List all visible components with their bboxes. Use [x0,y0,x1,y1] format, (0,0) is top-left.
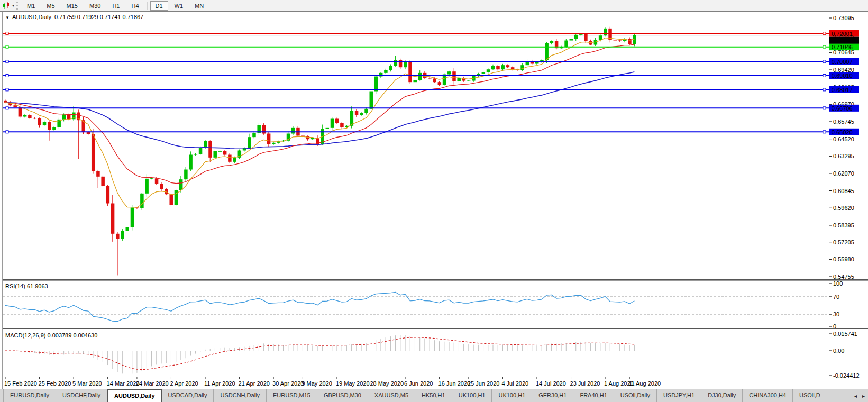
date-axis: 15 Feb 202025 Feb 20205 Mar 202014 Mar 2… [4,377,661,387]
svg-text:0.73095: 0.73095 [833,15,854,21]
svg-text:14 Mar 2020: 14 Mar 2020 [107,380,140,387]
svg-text:25 Jun 2020: 25 Jun 2020 [468,380,500,387]
svg-text:24 Mar 2020: 24 Mar 2020 [136,380,169,387]
svg-text:28 May 2020: 28 May 2020 [370,380,404,387]
macd-signal-line [5,337,634,370]
line-handle[interactable] [823,107,826,109]
line-handle[interactable] [823,131,826,133]
line-handle[interactable] [6,107,8,109]
svg-text:0.69010: 0.69010 [832,72,853,79]
svg-text:0.60845: 0.60845 [833,188,854,194]
chart-tab-audusd-daily[interactable]: AUDUSD,Daily [107,389,161,402]
chart-canvas: 0.730950.718700.706450.694200.681950.669… [0,0,868,389]
svg-text:0.55980: 0.55980 [833,256,854,262]
macd-indicator-label: MACD(12,26,9) 0.003789 0.004630 [5,332,97,339]
svg-text:23 Jul 2020: 23 Jul 2020 [570,380,600,387]
svg-text:16 Jun 2020: 16 Jun 2020 [438,380,471,387]
chart-tabs: EURUSD,DailyUSDCHF,DailyAUDUSD,DailyUSDC… [3,389,827,402]
svg-text:11 Aug 2020: 11 Aug 2020 [628,380,661,387]
rsi-panel: 10070300 [3,280,843,330]
macd-panel: 0.0157410.00-0.024412 [5,331,860,379]
chart-tab-uk100-h1[interactable]: UK100,H1 [452,389,492,402]
chart-tab-gbpusd-m30[interactable]: GBPUSD,M30 [317,389,368,402]
chart-tab-usdcnh-daily[interactable]: USDCNH,Daily [214,389,267,402]
svg-text:5 Mar 2020: 5 Mar 2020 [72,380,102,387]
chart-ohlc-values: 0.71759 0.71929 0.71741 0.71867 [54,14,143,20]
svg-text:0.66706: 0.66706 [832,105,853,112]
chart-tab-hk50-h1[interactable]: HK50,H1 [415,389,452,402]
price-chart-plot[interactable] [3,12,829,279]
svg-text:0.70007: 0.70007 [832,59,853,65]
svg-text:0.54755: 0.54755 [833,273,854,280]
trading-platform-window: ▾ M1M5M15M30H1H4D1W1MN 0.730950.718700.7… [0,0,868,402]
price-axis: 0.730950.718700.706450.694200.681950.669… [829,15,854,280]
svg-text:25 Feb 2020: 25 Feb 2020 [39,380,71,387]
chart-tab-usoil-d[interactable]: USOil,D [793,389,827,402]
chart-tab-eurusd-m15[interactable]: EURUSD,M15 [267,389,317,402]
line-handle[interactable] [823,74,826,77]
chart-title: ▼AUDUSD,Daily 0.71759 0.71929 0.71741 0.… [5,14,143,20]
svg-text:21 Apr 2020: 21 Apr 2020 [239,380,270,387]
svg-text:0.72001: 0.72001 [832,31,853,37]
line-handle[interactable] [6,131,8,133]
chart-tab-fra40-h1[interactable]: FRA40,H1 [573,389,614,402]
chart-tab-xauusd-m5[interactable]: XAUUSD,M5 [368,389,415,402]
svg-text:0.64520: 0.64520 [833,136,854,142]
chart-symbol-period: AUDUSD,Daily [12,14,51,20]
svg-text:0.63295: 0.63295 [833,153,854,159]
chart-tab-bar: EURUSD,DailyUSDCHF,DailyAUDUSD,DailyUSDC… [0,389,868,402]
chart-tab-usdjpy-h1[interactable]: USDJPY,H1 [657,389,701,402]
chart-tab-uk100-h1[interactable]: UK100,H1 [492,389,532,402]
svg-text:15 Feb 2020: 15 Feb 2020 [4,380,37,387]
svg-text:0.015741: 0.015741 [833,331,857,337]
svg-text:0.57205: 0.57205 [833,239,854,245]
line-handle[interactable] [823,32,826,35]
svg-text:0.65020: 0.65020 [832,129,853,135]
svg-text:14 Jul 2020: 14 Jul 2020 [536,380,566,387]
chart-tab-eurusd-daily[interactable]: EURUSD,Daily [3,389,56,402]
svg-text:0.00: 0.00 [833,348,844,354]
svg-text:0.58395: 0.58395 [833,222,854,229]
line-handle[interactable] [823,45,826,48]
svg-text:2 Apr 2020: 2 Apr 2020 [170,380,198,387]
chart-tab-china300-h4[interactable]: CHINA300,H4 [743,389,793,402]
chart-tab-usoil-daily[interactable]: USOil,Daily [614,389,657,402]
svg-text:0.68017: 0.68017 [832,87,853,93]
tab-scroll-right-icon[interactable]: ▸ [862,393,865,399]
svg-text:30 Apr 2020: 30 Apr 2020 [272,380,304,387]
chart-tab-usdchf-daily[interactable]: USDCHF,Daily [56,389,107,402]
svg-text:19 May 2020: 19 May 2020 [336,380,370,387]
line-handle[interactable] [823,88,826,91]
svg-text:4 Jul 2020: 4 Jul 2020 [501,380,528,387]
collapse-triangle-icon[interactable]: ▼ [5,15,10,20]
line-handle[interactable] [6,32,8,35]
svg-text:0.62070: 0.62070 [833,170,854,177]
svg-text:0.59620: 0.59620 [833,205,854,211]
svg-text:0.71046: 0.71046 [832,44,853,50]
svg-text:100: 100 [833,280,843,287]
rsi-indicator-label: RSI(14) 61.9063 [5,283,48,289]
chart-tab-usdcad-daily[interactable]: USDCAD,Daily [162,389,214,402]
line-handle[interactable] [823,60,826,63]
svg-text:9 May 2020: 9 May 2020 [301,380,332,387]
svg-text:-0.024412: -0.024412 [833,372,860,379]
chart-tab-ger30-h1[interactable]: GER30,H1 [532,389,573,402]
svg-text:0.65745: 0.65745 [833,118,854,125]
svg-text:11 Apr 2020: 11 Apr 2020 [204,380,235,387]
svg-text:0.69420: 0.69420 [833,67,854,73]
line-handle[interactable] [6,45,8,48]
line-handle[interactable] [6,88,8,91]
chart-tab-dj30-daily[interactable]: DJ30,Daily [701,389,743,402]
line-handle[interactable] [6,60,8,63]
line-handle[interactable] [6,74,8,77]
svg-text:0.71867: 0.71867 [832,38,853,44]
svg-text:0: 0 [833,323,836,330]
tab-scroll-left-icon[interactable]: ◂ [854,393,857,399]
svg-text:6 Jun 2020: 6 Jun 2020 [404,380,433,387]
svg-text:70: 70 [833,294,839,300]
tab-scroll-controls: ◂ ▸ [851,389,868,402]
svg-text:30: 30 [833,311,839,317]
